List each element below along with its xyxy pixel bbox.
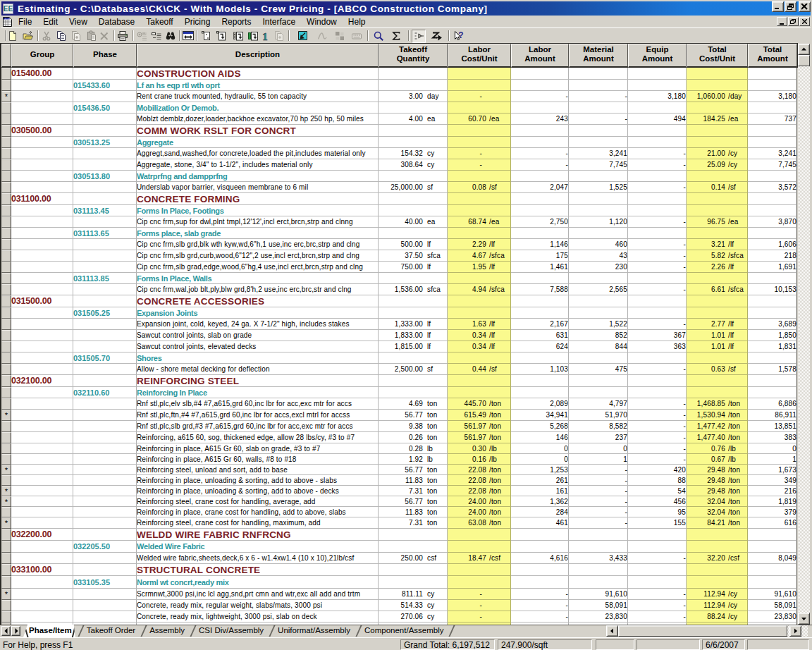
svg-text:EE: EE	[4, 5, 13, 13]
svg-text:1: 1	[262, 31, 268, 42]
svg-text:?: ?	[458, 30, 463, 40]
